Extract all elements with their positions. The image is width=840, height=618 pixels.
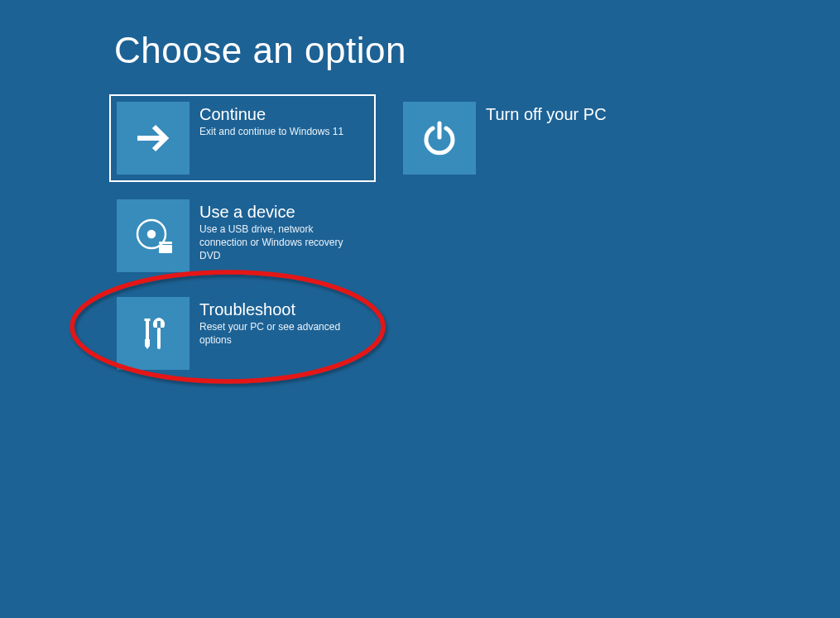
option-troubleshoot-desc: Reset your PC or see advanced options bbox=[199, 320, 360, 347]
tools-icon bbox=[117, 297, 190, 370]
svg-point-2 bbox=[148, 231, 155, 237]
option-troubleshoot-title: Troubleshoot bbox=[199, 300, 360, 319]
option-troubleshoot[interactable]: Troubleshoot Reset your PC or see advanc… bbox=[109, 290, 376, 377]
svg-marker-6 bbox=[145, 339, 150, 349]
svg-rect-7 bbox=[145, 319, 151, 321]
option-turn-off-title: Turn off your PC bbox=[486, 105, 607, 123]
option-use-device-desc: Use a USB drive, network connection or W… bbox=[199, 223, 360, 263]
option-turn-off[interactable]: Turn off your PC bbox=[396, 94, 662, 182]
disc-icon bbox=[117, 199, 190, 272]
svg-rect-3 bbox=[159, 245, 172, 253]
option-continue-title: Continue bbox=[199, 105, 343, 123]
option-use-device[interactable]: Use a device Use a USB drive, network co… bbox=[109, 192, 376, 280]
arrow-right-icon bbox=[117, 102, 190, 175]
power-icon bbox=[403, 102, 476, 175]
option-continue[interactable]: Continue Exit and continue to Windows 11 bbox=[109, 94, 376, 182]
options-grid: Continue Exit and continue to Windows 11 bbox=[109, 94, 755, 377]
page-title: Choose an option bbox=[114, 30, 755, 71]
svg-rect-4 bbox=[159, 242, 172, 244]
option-use-device-title: Use a device bbox=[199, 203, 360, 221]
svg-rect-5 bbox=[146, 321, 149, 339]
option-continue-desc: Exit and continue to Windows 11 bbox=[199, 125, 343, 138]
svg-rect-8 bbox=[157, 328, 161, 349]
